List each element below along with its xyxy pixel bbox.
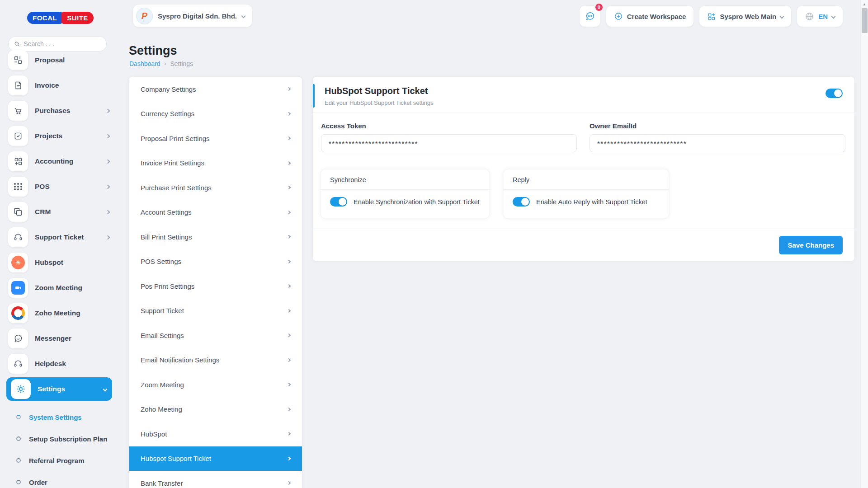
subnav-item-order[interactable]: Order (0, 471, 118, 488)
page-title: Settings (129, 44, 177, 58)
settings-nav-row[interactable]: Purchase Print Settings (129, 175, 302, 200)
subnav-item-referral-program[interactable]: Referral Program (0, 450, 118, 471)
settings-nav-label: POS Settings (141, 258, 181, 265)
sidebar-item-invoice[interactable]: Invoice (0, 73, 118, 98)
sidebar-item-support-ticket[interactable]: Support Ticket (0, 225, 118, 250)
chevron-down-icon (241, 14, 246, 18)
sidebar-item-crm[interactable]: CRM (0, 199, 118, 225)
settings-nav-row[interactable]: Zoom Meeting (129, 372, 302, 397)
settings-nav-label: Email Settings (141, 332, 184, 339)
sidebar-nav: Proposal Invoice Purchases Projects Acco… (0, 47, 118, 376)
scrollbar-up-arrow[interactable]: ▲ (861, 0, 868, 6)
sidebar: FOCAL SUITE Proposal Invoice Purchases P… (0, 0, 118, 488)
copy-layout-icon (8, 202, 28, 222)
language-selector[interactable]: EN (797, 6, 843, 27)
bullet-icon (16, 415, 21, 419)
settings-nav-label: Email Notification Settings (141, 356, 219, 364)
settings-nav-row[interactable]: POS Settings (129, 249, 302, 274)
settings-nav-label: Pos Print Settings (141, 282, 194, 290)
enable-hubspot-support-ticket-toggle[interactable] (826, 89, 843, 98)
synchronize-toggle-label: Enable Synchronization with Support Tick… (354, 198, 480, 206)
create-workspace-label: Create Workspace (627, 13, 686, 20)
chevron-right-icon (287, 333, 291, 337)
subnav-item-system-settings[interactable]: System Settings (0, 406, 118, 428)
settings-nav-row[interactable]: Company Settings (129, 77, 302, 102)
topbar-actions: 0 Create Workspace Syspro Web Main EN (580, 6, 843, 27)
chat-button[interactable]: 0 (580, 6, 600, 27)
owner-emailid-label: Owner EmailId (590, 122, 845, 130)
chevron-right-icon (287, 136, 291, 140)
settings-nav-label: Hubspot Support Ticket (141, 455, 211, 462)
sidebar-item-proposal[interactable]: Proposal (0, 47, 118, 73)
search-input[interactable] (24, 40, 101, 47)
enable-synchronization-toggle[interactable] (330, 197, 347, 206)
sidebar-item-messenger[interactable]: Messenger (0, 326, 118, 351)
settings-nav-label: Bill Print Settings (141, 233, 192, 241)
cart-icon (8, 101, 28, 121)
sidebar-item-label: Projects (35, 132, 106, 140)
settings-nav-row[interactable]: Hubspot Support Ticket (129, 446, 302, 471)
settings-nav-row[interactable]: HubSpot (129, 422, 302, 446)
settings-nav-row[interactable]: Account Settings (129, 200, 302, 225)
settings-nav-label: Invoice Print Settings (141, 159, 204, 167)
panel-fields: Access Token Owner EmailId (321, 122, 845, 152)
panel-footer: Save Changes (313, 229, 854, 261)
sidebar-item-helpdesk[interactable]: Helpdesk (0, 351, 118, 376)
sidebar-item-accounting[interactable]: Accounting (0, 149, 118, 174)
headphones-icon (8, 354, 28, 374)
sidebar-item-hubspot[interactable]: ✳ Hubspot (0, 250, 118, 275)
proposal-icon (8, 50, 28, 70)
workspace-selector[interactable]: Syspro Web Main (699, 6, 791, 27)
subnav-item-setup-subscription-plan[interactable]: Setup Subscription Plan (0, 428, 118, 450)
settings-nav-row[interactable]: Bill Print Settings (129, 225, 302, 249)
bullet-icon (16, 436, 21, 441)
settings-nav-row[interactable]: Email Notification Settings (129, 348, 302, 373)
hubspot-support-ticket-panel: HubSpot Support Ticket Edit your HubSpot… (313, 77, 854, 261)
owner-emailid-input[interactable] (590, 134, 845, 152)
sidebar-item-label: Accounting (35, 157, 106, 165)
settings-nav-row[interactable]: Currency Settings (129, 102, 302, 127)
save-changes-button[interactable]: Save Changes (779, 236, 843, 254)
settings-nav-label: Zoho Meeting (141, 405, 182, 413)
breadcrumb-current: Settings (170, 60, 193, 67)
sidebar-item-projects[interactable]: Projects (0, 123, 118, 149)
chevron-down-icon (103, 387, 108, 391)
settings-nav-row[interactable]: Bank Transfer (129, 471, 302, 488)
sidebar-item-settings[interactable]: Settings (6, 377, 112, 401)
reply-toggle-label: Enable Auto Reply with Support Ticket (536, 198, 647, 206)
panel-subtitle: Edit your HubSpot Support Ticket setting… (325, 99, 843, 106)
chevron-right-icon (287, 211, 291, 214)
settings-nav-row[interactable]: Zoho Meeting (129, 397, 302, 422)
owner-emailid-field-group: Owner EmailId (590, 122, 845, 152)
zoom-icon (8, 278, 28, 298)
settings-nav-row[interactable]: Proposal Print Settings (129, 126, 302, 151)
page-scrollbar[interactable]: ▲ (860, 0, 868, 488)
chevron-right-icon (106, 159, 110, 164)
create-workspace-button[interactable]: Create Workspace (606, 6, 694, 27)
synchronize-card: Synchronize Enable Synchronization with … (321, 169, 489, 218)
settings-nav-label: Purchase Print Settings (141, 184, 212, 192)
sidebar-item-zoho-meeting[interactable]: Zoho Meeting (0, 300, 118, 326)
sidebar-item-zoom-meeting[interactable]: Zoom Meeting (0, 275, 118, 300)
panel-subcards: Synchronize Enable Synchronization with … (321, 169, 854, 218)
sidebar-item-pos[interactable]: POS (0, 174, 118, 199)
settings-nav-row[interactable]: Email Settings (129, 323, 302, 348)
sidebar-item-purchases[interactable]: Purchases (0, 98, 118, 123)
synchronize-card-title: Synchronize (321, 169, 489, 190)
access-token-input[interactable] (321, 134, 577, 152)
scrollbar-thumb[interactable] (862, 8, 868, 33)
company-selector[interactable]: P Syspro Digital Sdn. Bhd. (133, 5, 252, 27)
subnav-item-label: System Settings (29, 413, 82, 421)
settings-nav-row[interactable]: Invoice Print Settings (129, 151, 302, 176)
chat-bubble-icon (8, 328, 28, 348)
subnav-item-label: Setup Subscription Plan (29, 435, 107, 443)
chevron-right-icon (287, 432, 291, 436)
settings-nav-row[interactable]: Pos Print Settings (129, 274, 302, 299)
panel-header: HubSpot Support Ticket Edit your HubSpot… (313, 77, 854, 113)
enable-auto-reply-toggle[interactable] (513, 197, 530, 206)
panel-title: HubSpot Support Ticket (325, 86, 843, 96)
breadcrumb-dashboard-link[interactable]: Dashboard (129, 60, 160, 67)
workspace-name: Syspro Web Main (720, 13, 776, 20)
sidebar-item-label: Hubspot (35, 258, 109, 267)
settings-nav-row[interactable]: Support Ticket (129, 299, 302, 324)
